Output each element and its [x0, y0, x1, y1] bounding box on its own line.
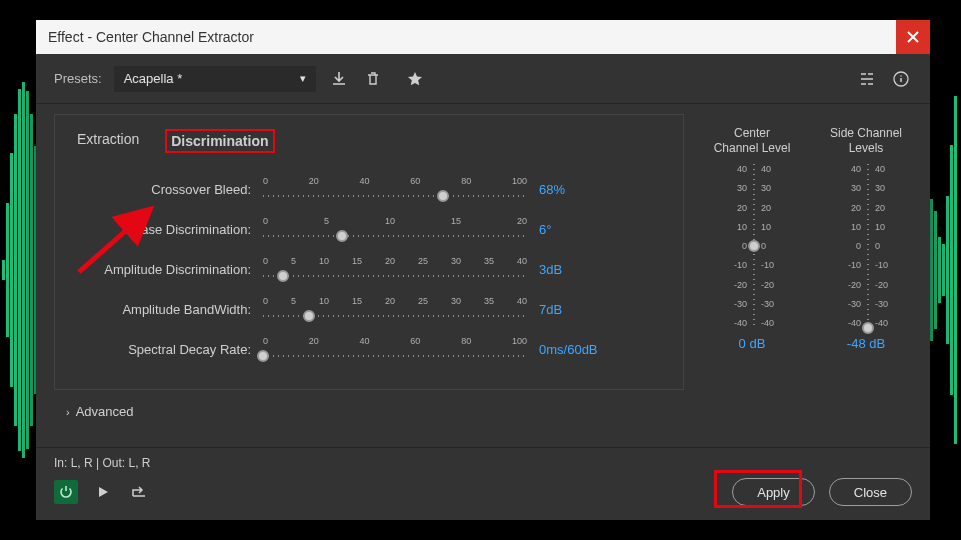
advanced-toggle[interactable]: › Advanced [36, 398, 930, 425]
tab-discrimination[interactable]: Discrimination [165, 129, 274, 153]
slider-amplitude-bandwidth[interactable]: 0510152025303540 [263, 296, 527, 322]
channel-map-icon[interactable] [856, 68, 878, 90]
value-phase-discrimination[interactable]: 6° [539, 222, 629, 237]
side-level-value[interactable]: -48 dB [847, 336, 885, 351]
tablist: Extraction Discrimination [73, 129, 665, 153]
label-spectral-decay-rate: Spectral Decay Rate: [73, 342, 251, 357]
label-crossover-bleed: Crossover Bleed: [73, 182, 251, 197]
center-level-slider[interactable] [753, 164, 755, 328]
favorite-icon[interactable] [404, 68, 426, 90]
slider-spectral-decay-rate[interactable]: 020406080100 [263, 336, 527, 362]
slider-phase-discrimination[interactable]: 05101520 [263, 216, 527, 242]
save-preset-icon[interactable] [328, 68, 350, 90]
slider-crossover-bleed[interactable]: 020406080100 [263, 176, 527, 202]
row-amplitude-bandwidth: Amplitude BandWidth: 0510152025303540 7d… [73, 289, 665, 329]
window-title: Effect - Center Channel Extractor [48, 29, 254, 45]
center-level-title: CenterChannel Level [714, 126, 791, 156]
titlebar: Effect - Center Channel Extractor [36, 20, 930, 54]
presets-label: Presets: [54, 71, 102, 86]
label-amplitude-discrimination: Amplitude Discrimination: [73, 262, 251, 277]
value-amplitude-bandwidth[interactable]: 7dB [539, 302, 629, 317]
slider-amplitude-discrimination[interactable]: 0510152025303540 [263, 256, 527, 282]
row-crossover-bleed: Crossover Bleed: 020406080100 68% [73, 169, 665, 209]
io-text: In: L, R | Out: L, R [54, 456, 912, 470]
chevron-down-icon: ▾ [300, 72, 306, 85]
value-amplitude-discrimination[interactable]: 3dB [539, 262, 629, 277]
discrimination-panel: Extraction Discrimination Crossover Blee… [54, 114, 684, 390]
center-level-value[interactable]: 0 dB [739, 336, 766, 351]
close-icon[interactable] [896, 20, 930, 54]
row-phase-discrimination: Phase Discrimination: 05101520 6° [73, 209, 665, 249]
value-crossover-bleed[interactable]: 68% [539, 182, 629, 197]
row-amplitude-discrimination: Amplitude Discrimination: 05101520253035… [73, 249, 665, 289]
effect-dialog: Effect - Center Channel Extractor Preset… [36, 20, 930, 520]
play-icon[interactable] [92, 481, 114, 503]
chevron-right-icon: › [66, 406, 70, 418]
label-amplitude-bandwidth: Amplitude BandWidth: [73, 302, 251, 317]
levels-panel: CenterChannel Level 403020100-10-20-30-4… [706, 114, 912, 390]
tab-extraction[interactable]: Extraction [73, 129, 143, 153]
close-button[interactable]: Close [829, 478, 912, 506]
side-level-title: Side ChannelLevels [830, 126, 902, 156]
center-channel-level: CenterChannel Level 403020100-10-20-30-4… [706, 126, 798, 390]
power-toggle-icon[interactable] [54, 480, 78, 504]
dialog-footer: In: L, R | Out: L, R Apply Close [36, 447, 930, 520]
loop-icon[interactable] [128, 481, 150, 503]
preset-toolbar: Presets: Acapella * ▾ [36, 54, 930, 104]
preset-dropdown[interactable]: Acapella * ▾ [114, 66, 316, 92]
label-phase-discrimination: Phase Discrimination: [73, 222, 251, 237]
advanced-label: Advanced [76, 404, 134, 419]
row-spectral-decay-rate: Spectral Decay Rate: 020406080100 0ms/60… [73, 329, 665, 369]
info-icon[interactable] [890, 68, 912, 90]
side-level-slider[interactable] [867, 164, 869, 328]
apply-button[interactable]: Apply [732, 478, 815, 506]
side-channel-levels: Side ChannelLevels 403020100-10-20-30-40… [820, 126, 912, 390]
value-spectral-decay-rate[interactable]: 0ms/60dB [539, 342, 629, 357]
preset-selected: Acapella * [124, 71, 183, 86]
dialog-body: Extraction Discrimination Crossover Blee… [36, 104, 930, 394]
delete-preset-icon[interactable] [362, 68, 384, 90]
